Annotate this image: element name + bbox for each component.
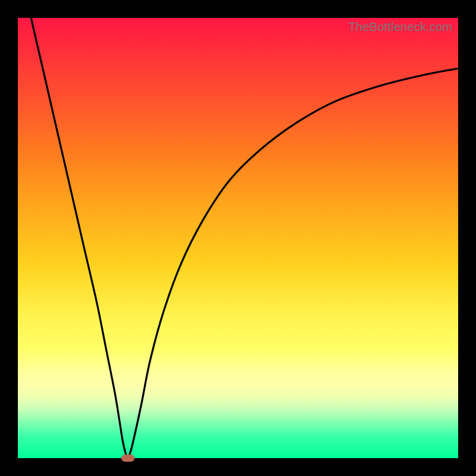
optimum-marker: [121, 455, 134, 462]
chart-frame: TheBottleneck.com: [0, 0, 476, 476]
chart-plot-area: TheBottleneck.com: [18, 18, 458, 458]
bottleneck-curve: [18, 18, 458, 458]
